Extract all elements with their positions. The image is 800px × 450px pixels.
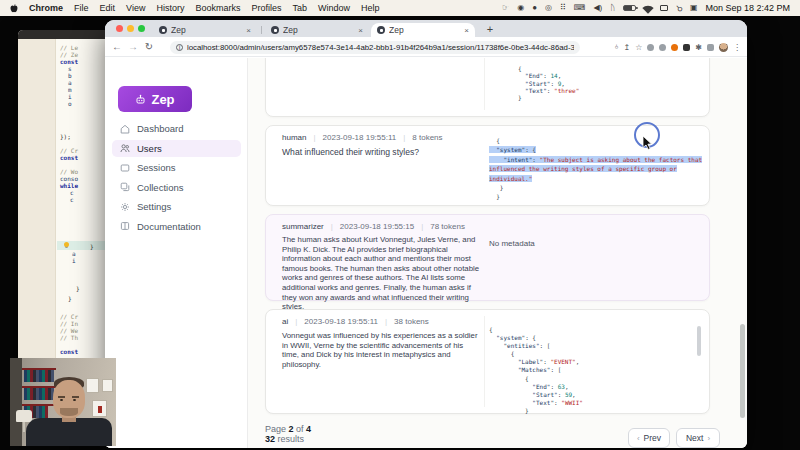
- message-text: The human asks about Kurt Vonnegut, Jule…: [282, 235, 482, 312]
- prev-page-button[interactable]: ‹ Prev: [628, 428, 670, 448]
- next-page-button[interactable]: Next ›: [676, 428, 720, 448]
- address-bar[interactable]: i localhost:8000/admin/users/amy6578e574…: [170, 41, 580, 54]
- bluetooth-icon[interactable]: ᚢ: [610, 3, 615, 13]
- mouse-cursor: [642, 136, 654, 150]
- profile-avatar[interactable]: [719, 43, 728, 52]
- zep-logo[interactable]: Zep: [118, 86, 192, 112]
- tab-close-icon[interactable]: ×: [358, 26, 363, 35]
- tab-title: Zep: [283, 25, 354, 35]
- tab-strip: Zep × Zep × Zep × +: [105, 20, 747, 37]
- chrome-icon[interactable]: ◉: [517, 3, 524, 13]
- extension-icon[interactable]: [659, 44, 666, 51]
- message-timestamp: 2023-09-18 19:55:11: [323, 133, 397, 142]
- no-metadata-label: No metadata: [489, 239, 535, 248]
- gear-icon: [120, 202, 130, 212]
- pointer-icon[interactable]: ☞: [502, 3, 509, 13]
- message-role: ai: [282, 317, 288, 326]
- book-icon: [120, 221, 130, 231]
- chrome-window: Zep × Zep × Zep × + ← → ↻ i localhost:80…: [105, 20, 747, 448]
- sidebar-item-label: Users: [137, 143, 162, 154]
- collections-icon: [120, 182, 130, 192]
- tab-close-icon[interactable]: ×: [464, 26, 469, 35]
- search-icon[interactable]: ⌕: [611, 42, 621, 52]
- sidebar-item-label: Dashboard: [137, 123, 183, 134]
- display-icon[interactable]: [660, 5, 668, 11]
- sidebar-item-dashboard[interactable]: Dashboard: [112, 120, 241, 137]
- message-tokens: 8 tokens: [412, 133, 442, 142]
- message-card-summarizer[interactable]: summarizer| 2023-09-18 19:55:15| 78 toke…: [265, 214, 710, 301]
- zoom-window-button[interactable]: [138, 25, 145, 32]
- reload-button[interactable]: ↻: [141, 41, 157, 52]
- wifi-icon[interactable]: [642, 2, 653, 13]
- site-info-icon[interactable]: i: [176, 44, 183, 51]
- menu-item[interactable]: Help: [361, 3, 380, 13]
- bookmark-star-icon[interactable]: ☆: [635, 43, 642, 52]
- url-text: localhost:8000/admin/users/amy6578e574-3…: [187, 43, 574, 52]
- browser-tab-3-active[interactable]: Zep ×: [371, 23, 475, 37]
- menubar-app-name[interactable]: Chrome: [29, 3, 63, 13]
- menu-item[interactable]: Bookmarks: [195, 3, 240, 13]
- sidebar: Zep Dashboard Users Sessions Collections: [105, 58, 248, 448]
- sidebar-item-label: Settings: [137, 201, 171, 212]
- menubar-items: FileEditViewHistoryBookmarksProfilesTabW…: [74, 3, 379, 13]
- menu-item[interactable]: Tab: [292, 3, 307, 13]
- keyboard-icon[interactable]: ⌨: [574, 3, 586, 13]
- menu-item[interactable]: View: [126, 3, 145, 13]
- page-scrollbar[interactable]: [740, 324, 745, 418]
- chevron-left-icon: ‹: [637, 434, 640, 443]
- new-tab-button[interactable]: +: [483, 23, 497, 35]
- metadata-json-selected[interactable]: { "system": { "intent": "The subject is …: [489, 136, 702, 202]
- search-icon[interactable]: ⚲: [673, 2, 684, 13]
- minimize-window-button[interactable]: [127, 25, 134, 32]
- tab-close-icon[interactable]: ×: [246, 26, 251, 35]
- app-circle-icon[interactable]: ◎: [545, 3, 552, 13]
- menu-item[interactable]: File: [74, 3, 89, 13]
- volume-icon[interactable]: ◀): [593, 3, 602, 13]
- back-button[interactable]: ←: [109, 41, 125, 52]
- zep-logo-text: Zep: [151, 92, 174, 107]
- sidebar-item-settings[interactable]: Settings: [112, 198, 241, 215]
- apple-icon[interactable]: [10, 4, 18, 13]
- user-switch-icon[interactable]: ▣: [690, 3, 698, 13]
- wall-frame: [92, 400, 107, 417]
- robot-icon: [135, 94, 146, 105]
- menu-item[interactable]: Edit: [100, 3, 116, 13]
- message-text: What influenced their writing styles?: [282, 148, 482, 158]
- record-icon[interactable]: ●: [532, 3, 537, 13]
- zep-favicon: [159, 26, 167, 34]
- macos-menubar: Chrome FileEditViewHistoryBookmarksProfi…: [0, 0, 800, 16]
- sidebar-item-sessions[interactable]: Sessions: [112, 159, 241, 176]
- tab-title: Zep: [389, 25, 460, 35]
- home-icon: [120, 124, 130, 134]
- extension-icon[interactable]: [647, 44, 654, 51]
- menubar-clock[interactable]: Mon Sep 18 2:42 PM: [705, 3, 790, 13]
- share-icon[interactable]: ↥: [623, 43, 630, 52]
- extensions-puzzle-icon[interactable]: ✱: [695, 43, 702, 52]
- forward-button[interactable]: →: [125, 41, 141, 52]
- webcam-overlay: [10, 358, 116, 446]
- browser-tab-2[interactable]: Zep ×: [265, 23, 369, 37]
- menu-item[interactable]: Window: [318, 3, 350, 13]
- kebab-menu-icon[interactable]: ⋮: [733, 43, 741, 52]
- message-card-ai[interactable]: ai| 2023-09-18 19:55:11| 38 tokens Vonne…: [265, 309, 710, 414]
- sidebar-item-label: Sessions: [137, 162, 176, 173]
- sidebar-item-collections[interactable]: Collections: [112, 179, 241, 196]
- menu-item[interactable]: Profiles: [251, 3, 281, 13]
- sidebar-item-documentation[interactable]: Documentation: [112, 218, 241, 235]
- battery-icon[interactable]: [623, 5, 636, 11]
- zep-app-page: Zep Dashboard Users Sessions Collections: [105, 58, 747, 448]
- sidebar-item-label: Documentation: [137, 221, 201, 232]
- metadata-scrollbar[interactable]: [697, 326, 701, 356]
- message-card-partial[interactable]: { "End": 14, "Start": 9, "Text": "three"…: [265, 58, 710, 117]
- chevron-right-icon: ›: [707, 434, 710, 443]
- close-window-button[interactable]: [116, 25, 123, 32]
- zep-favicon: [271, 26, 279, 34]
- sidebar-item-users[interactable]: Users: [112, 140, 241, 157]
- extension-icon[interactable]: [683, 44, 690, 51]
- extension-icon[interactable]: [671, 44, 678, 51]
- lightbulb-icon[interactable]: [64, 242, 69, 247]
- tiles-icon[interactable]: ⠿: [560, 3, 566, 13]
- menu-item[interactable]: History: [156, 3, 184, 13]
- browser-tab-1[interactable]: Zep ×: [153, 23, 257, 37]
- split-view-icon[interactable]: [707, 44, 714, 51]
